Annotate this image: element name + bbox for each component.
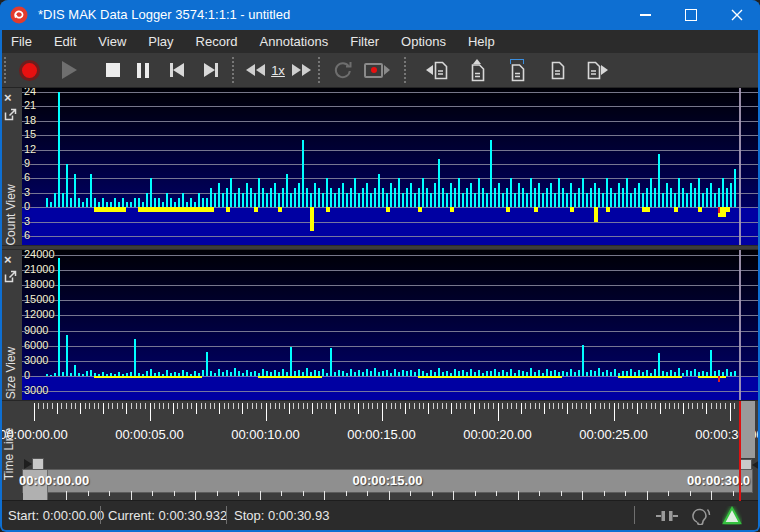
mini-ruler-tick <box>281 491 282 496</box>
push-annotation-button[interactable] <box>460 56 494 84</box>
data-bar <box>202 198 204 208</box>
y-axis-label: 6000 <box>24 339 48 351</box>
prev-annotation-button[interactable] <box>420 56 454 84</box>
step-forward-button[interactable] <box>288 56 314 84</box>
toolbar-separator <box>404 57 406 83</box>
ruler-tick <box>57 403 58 414</box>
data-bar <box>682 188 684 207</box>
data-bar <box>374 188 376 207</box>
data-bar <box>74 365 76 376</box>
mini-ruler-tick <box>88 491 89 496</box>
gridline <box>22 106 758 107</box>
packet-size-strip: × Packet Size View <box>0 250 22 400</box>
data-bar <box>182 193 184 207</box>
data-bar <box>314 183 316 207</box>
data-bar <box>530 368 532 376</box>
data-bar <box>342 183 344 207</box>
annotation-document-button[interactable] <box>540 56 574 84</box>
menu-options[interactable]: Options <box>390 30 457 53</box>
panel-export-icon[interactable] <box>4 108 17 121</box>
data-bar <box>150 369 152 376</box>
negative-data-bar <box>722 376 726 378</box>
data-bar <box>58 92 60 207</box>
data-bar <box>338 370 340 376</box>
panel-close-icon[interactable]: × <box>4 253 12 266</box>
record-session-button[interactable] <box>362 56 392 84</box>
pause-button[interactable] <box>128 56 158 84</box>
ruler-tick <box>665 403 666 409</box>
data-bar <box>598 368 600 376</box>
negative-data-bar <box>678 376 682 378</box>
ruler-tick <box>298 403 299 409</box>
ruler-tick <box>734 403 735 409</box>
ruler-tick <box>595 403 596 409</box>
next-annotation-button[interactable] <box>580 56 614 84</box>
menu-annotations[interactable]: Annotations <box>249 30 340 53</box>
packet-size-plot[interactable]: 2400021000180001500012000900060003000030… <box>22 250 758 400</box>
data-bar <box>170 198 172 208</box>
maximize-button[interactable] <box>668 0 714 30</box>
stop-button[interactable] <box>98 56 128 84</box>
negative-data-bar <box>254 207 258 212</box>
data-bar <box>702 193 704 207</box>
data-bar <box>338 188 340 207</box>
y-axis-label: 15000 <box>24 294 55 306</box>
data-bar <box>250 188 252 207</box>
panel-close-icon[interactable]: × <box>4 91 12 104</box>
mini-ruler-tick <box>410 491 411 496</box>
ruler-tick <box>340 403 341 409</box>
skip-to-start-button[interactable] <box>162 56 192 84</box>
ruler-tick <box>284 403 285 409</box>
ruler-tick <box>242 403 243 414</box>
mini-ruler-tick <box>432 491 433 496</box>
menu-filter[interactable]: Filter <box>339 30 390 53</box>
minimize-button[interactable] <box>622 0 668 30</box>
y-axis-label: 12 <box>24 143 36 155</box>
menu-view[interactable]: View <box>87 30 137 53</box>
ruler-tick <box>233 403 234 409</box>
data-bar <box>434 183 436 207</box>
timeline-ruler[interactable]: 00:00:00.0000:00:05.0000:00:10.0000:00:1… <box>0 401 760 457</box>
data-bar <box>478 178 480 207</box>
menu-play[interactable]: Play <box>137 30 184 53</box>
gridline <box>22 150 758 151</box>
packet-count-plot[interactable]: 2421181512963036 <box>22 88 758 245</box>
range-scrollbar[interactable]: 00:00:00.00 00:00:15.00 00:00:30.0 <box>22 469 753 493</box>
data-bar <box>542 193 544 207</box>
negative-data-bar <box>594 207 598 221</box>
panel-export-icon[interactable] <box>4 270 17 283</box>
y-axis-label: 9 <box>24 157 30 169</box>
ruler-tick <box>423 403 424 409</box>
ruler-tick <box>706 403 707 414</box>
ruler-tick <box>465 403 466 409</box>
timeline-cursor[interactable] <box>739 401 741 501</box>
data-bar <box>250 372 252 376</box>
title-bar[interactable]: *DIS MAK Data Logger 3574:1:1:1 - untitl… <box>0 0 760 30</box>
data-bar <box>378 372 380 376</box>
data-bar <box>334 193 336 207</box>
data-bar <box>86 198 88 208</box>
loop-button[interactable] <box>328 56 358 84</box>
step-back-button[interactable] <box>242 56 268 84</box>
menu-edit[interactable]: Edit <box>43 30 87 53</box>
close-icon <box>731 9 743 21</box>
menu-file[interactable]: File <box>0 30 43 53</box>
data-bar <box>670 188 672 207</box>
data-bar <box>262 369 264 376</box>
playback-speed[interactable]: 1x <box>266 56 290 84</box>
data-bar <box>274 183 276 207</box>
menu-record[interactable]: Record <box>185 30 249 53</box>
ruler-tick <box>674 403 675 409</box>
data-bar <box>438 159 440 207</box>
menu-help[interactable]: Help <box>457 30 506 53</box>
data-bar <box>82 202 84 207</box>
skip-to-end-button[interactable] <box>196 56 226 84</box>
close-button[interactable] <box>714 0 760 30</box>
data-bar <box>386 193 388 207</box>
toolbar-grip[interactable] <box>4 57 6 83</box>
ruler-tick <box>358 403 359 414</box>
play-button[interactable] <box>54 56 84 84</box>
record-button[interactable] <box>14 56 44 84</box>
data-bar <box>342 371 344 376</box>
mark-annotation-button[interactable] <box>500 56 534 84</box>
